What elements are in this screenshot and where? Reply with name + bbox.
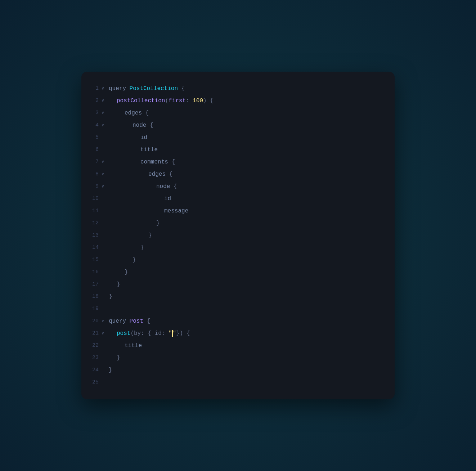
fold-arrow[interactable]: ∨ [102,315,109,327]
line-number: 7 [85,156,99,168]
code-line-23: 23∨} [81,352,395,364]
code-line-4: 4∨node { [81,119,395,131]
code-line-3: 3∨edges { [81,107,395,119]
code-line-5: 5∨id [81,131,395,144]
line-number: 22 [85,340,99,352]
line-number: 3 [85,107,99,119]
code-line-7: 7∨comments { [81,156,395,168]
code-content: comments { [109,156,391,168]
line-number: 9 [85,180,99,193]
code-line-15: 15∨} [81,254,395,266]
code-line-1: 1∨query PostCollection { [81,82,395,95]
line-number: 14 [85,242,99,254]
code-content: } [109,352,391,364]
code-editor[interactable]: 1∨query PostCollection {2∨postCollection… [81,72,395,399]
code-content: } [109,254,391,266]
code-content: node { [109,180,391,193]
code-line-9: 9∨node { [81,180,395,193]
code-content: edges { [109,107,391,119]
code-line-21: 21∨post(by: { id: ""}) { [81,327,395,340]
code-line-18: 18∨} [81,291,395,303]
code-line-8: 8∨edges { [81,168,395,180]
code-content [109,303,391,315]
code-line-20: 20∨query Post { [81,315,395,327]
code-line-17: 17∨} [81,278,395,291]
code-line-13: 13∨} [81,229,395,242]
code-content: postCollection(first: 100) { [109,95,391,107]
fold-arrow[interactable]: ∨ [102,107,109,119]
code-line-24: 24∨} [81,364,395,376]
line-number: 6 [85,144,99,156]
code-line-14: 14∨} [81,242,395,254]
line-number: 5 [85,131,99,144]
code-content: id [109,131,391,144]
code-line-2: 2∨postCollection(first: 100) { [81,95,395,107]
line-number: 17 [85,278,99,291]
code-content: message [109,205,391,217]
line-number: 1 [85,82,99,95]
line-number: 15 [85,254,99,266]
code-content: title [109,144,391,156]
code-line-19: 19∨ [81,303,395,315]
line-number: 23 [85,352,99,364]
code-content: } [109,242,391,254]
line-number: 2 [85,95,99,107]
line-number: 4 [85,119,99,131]
fold-arrow[interactable]: ∨ [102,95,109,107]
line-number: 19 [85,303,99,315]
code-line-11: 11∨message [81,205,395,217]
code-line-12: 12∨} [81,217,395,229]
code-content: post(by: { id: ""}) { [109,327,391,340]
code-content: } [109,229,391,242]
code-content: } [109,364,391,376]
fold-arrow[interactable]: ∨ [102,119,109,131]
code-line-25: 25∨ [81,376,395,389]
fold-arrow[interactable]: ∨ [102,180,109,193]
code-content: node { [109,119,391,131]
line-number: 12 [85,217,99,229]
code-content: id [109,193,391,205]
code-content: } [109,217,391,229]
code-line-22: 22∨title [81,340,395,352]
code-content: query Post { [109,315,391,327]
fold-arrow[interactable]: ∨ [102,156,109,168]
line-number: 10 [85,193,99,205]
code-content: } [109,266,391,278]
code-line-16: 16∨} [81,266,395,278]
code-content: } [109,291,391,303]
line-number: 18 [85,291,99,303]
code-content: } [109,278,391,291]
code-content: edges { [109,168,391,180]
code-area: 1∨query PostCollection {2∨postCollection… [81,79,395,392]
line-number: 25 [85,376,99,389]
line-number: 16 [85,266,99,278]
code-content: title [109,340,391,352]
line-number: 11 [85,205,99,217]
fold-arrow[interactable]: ∨ [102,168,109,180]
line-number: 24 [85,364,99,376]
line-number: 8 [85,168,99,180]
code-content: query PostCollection { [109,82,391,95]
code-content [109,376,391,389]
line-number: 21 [85,327,99,340]
line-number: 20 [85,315,99,327]
code-line-10: 10∨id [81,193,395,205]
fold-arrow[interactable]: ∨ [102,327,109,340]
fold-arrow[interactable]: ∨ [102,82,109,95]
code-line-6: 6∨title [81,144,395,156]
line-number: 13 [85,229,99,242]
